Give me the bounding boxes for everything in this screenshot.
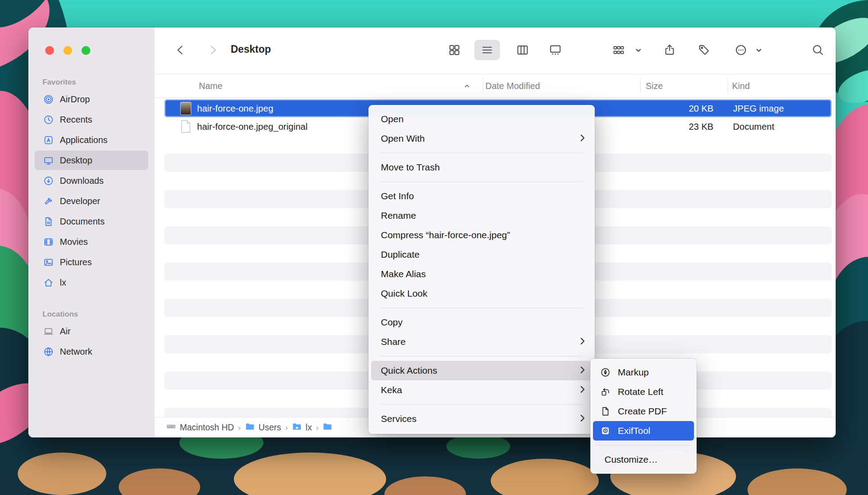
submenu-item-exiftool[interactable]: ExifTool (593, 421, 694, 441)
grid-view-icon (448, 43, 461, 57)
desktop-monitor-icon (43, 155, 54, 166)
rotate-left-icon (600, 386, 611, 398)
sidebar-item-airdrop[interactable]: AirDrop (35, 89, 148, 109)
hard-drive-icon (166, 422, 176, 434)
tag-icon (698, 43, 711, 57)
window-controls (45, 46, 90, 55)
downloads-icon (43, 175, 54, 186)
zoom-button[interactable] (81, 46, 90, 55)
menu-item-services[interactable]: Services (371, 409, 592, 429)
menu-item-rename[interactable]: Rename (371, 206, 592, 225)
menu-separator (380, 182, 583, 182)
sidebar-item-label: Documents (60, 217, 105, 227)
sidebar: Favorites AirDrop Recents Applications D… (28, 27, 155, 437)
menu-item-make-alias[interactable]: Make Alias (371, 264, 592, 284)
path-item-folder[interactable] (322, 422, 336, 434)
sidebar-item-label: Desktop (60, 155, 92, 166)
sidebar-item-label: lx (60, 278, 66, 288)
laptop-icon (43, 325, 54, 337)
column-divider (728, 78, 728, 93)
path-item-label: lx (306, 422, 312, 433)
path-item-macintosh-hd[interactable]: Macintosh HD (166, 422, 234, 434)
path-item-label: Macintosh HD (180, 422, 234, 433)
sidebar-item-label: Downloads (60, 176, 104, 186)
menu-item-share[interactable]: Share (371, 332, 592, 352)
back-button[interactable] (170, 40, 190, 60)
icon-view-button[interactable] (442, 40, 467, 60)
file-name: hair-force-one.jpeg (197, 103, 273, 114)
toolbar: Desktop (155, 27, 836, 74)
minimize-button[interactable] (63, 46, 72, 55)
share-button[interactable] (659, 40, 680, 60)
sidebar-item-pictures[interactable]: Pictures (35, 252, 148, 272)
menu-item-quick-actions[interactable]: Quick Actions (371, 361, 592, 380)
submenu-item-create-pdf[interactable]: Create PDF (593, 402, 694, 421)
list-view-button[interactable] (474, 40, 500, 60)
menu-item-copy[interactable]: Copy (371, 313, 592, 332)
submenu-item-markup[interactable]: Markup (593, 363, 694, 382)
menu-item-open[interactable]: Open (371, 109, 592, 129)
file-kind: Document (733, 121, 774, 132)
file-size: 23 KB (660, 121, 713, 132)
file-name: hair-force-one.jpeg_original (197, 121, 308, 132)
column-header-size[interactable]: Size (646, 74, 663, 97)
submenu-item-label: Rotate Left (618, 387, 663, 397)
sidebar-item-label: Applications (60, 135, 108, 145)
close-button[interactable] (45, 46, 54, 55)
column-header-date-modified[interactable]: Date Modified (485, 74, 540, 97)
menu-item-open-with[interactable]: Open With (371, 129, 592, 148)
submenu-item-label: ExifTool (618, 425, 651, 436)
column-header-name[interactable]: Name (199, 74, 222, 97)
sidebar-item-label: Air (60, 326, 70, 336)
menu-separator (380, 356, 583, 356)
sidebar-item-desktop[interactable]: Desktop (35, 151, 148, 170)
search-button[interactable] (807, 40, 829, 60)
group-button[interactable] (607, 40, 630, 60)
sidebar-item-developer[interactable]: Developer (35, 191, 148, 211)
column-header-kind[interactable]: Kind (732, 74, 750, 97)
chevron-left-icon (174, 43, 187, 57)
sidebar-item-air[interactable]: Air (35, 321, 148, 341)
group-chevron-down-icon (633, 40, 643, 60)
sort-ascending-icon (464, 74, 470, 97)
tags-button[interactable] (694, 40, 715, 60)
sidebar-item-recents[interactable]: Recents (35, 110, 148, 129)
path-item-users[interactable]: Users (245, 422, 281, 434)
path-separator: › (238, 423, 240, 433)
applications-icon (43, 134, 54, 146)
home-folder-icon (292, 422, 302, 434)
sidebar-item-label: AirDrop (60, 94, 90, 104)
sidebar-item-network[interactable]: Network (35, 342, 148, 361)
gallery-view-button[interactable] (542, 40, 568, 60)
path-separator: › (316, 423, 318, 433)
submenu-item-customize[interactable]: Customize… (593, 450, 694, 469)
submenu-chevron-right-icon (580, 365, 585, 376)
column-divider (483, 78, 483, 93)
menu-item-get-info[interactable]: Get Info (371, 186, 592, 206)
column-view-button[interactable] (510, 40, 535, 60)
sidebar-item-lx[interactable]: lx (35, 273, 148, 292)
menu-separator (596, 445, 691, 445)
menu-item-quick-look[interactable]: Quick Look (371, 284, 592, 303)
sidebar-item-downloads[interactable]: Downloads (35, 171, 148, 190)
submenu-item-rotate-left[interactable]: Rotate Left (593, 382, 694, 402)
sidebar-item-label: Movies (60, 237, 88, 247)
sidebar-item-label: Pictures (60, 257, 92, 267)
sidebar-item-applications[interactable]: Applications (35, 130, 148, 150)
sidebar-item-label: Developer (60, 196, 100, 206)
create-pdf-icon (600, 406, 611, 417)
menu-item-compress[interactable]: Compress “hair-force-one.jpeg” (371, 225, 592, 245)
more-actions-button[interactable] (730, 40, 752, 60)
submenu-chevron-right-icon (580, 385, 585, 395)
recents-clock-icon (43, 114, 54, 125)
sidebar-item-documents[interactable]: Documents (35, 212, 148, 231)
menu-item-duplicate[interactable]: Duplicate (371, 245, 592, 264)
path-item-lx[interactable]: lx (292, 422, 312, 434)
menu-item-move-to-trash[interactable]: Move to Trash (371, 158, 592, 177)
sidebar-item-movies[interactable]: Movies (35, 232, 148, 251)
context-menu: Open Open With Move to Trash Get Info Re… (368, 105, 595, 434)
menu-separator (380, 308, 583, 308)
quick-actions-submenu: Markup Rotate Left Create PDF ExifTool C… (590, 359, 697, 474)
menu-item-keka[interactable]: Keka (371, 380, 592, 400)
forward-button[interactable] (203, 40, 223, 60)
